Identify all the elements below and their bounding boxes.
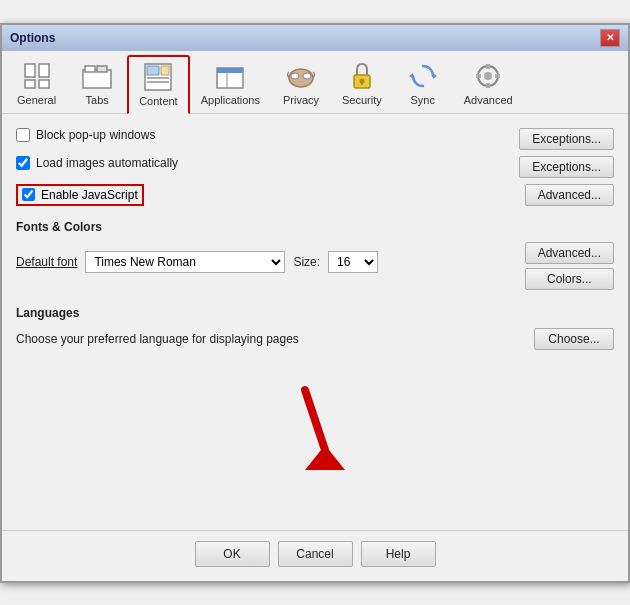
fonts-title: Fonts & Colors xyxy=(16,220,614,234)
svg-rect-11 xyxy=(161,66,169,75)
svg-rect-10 xyxy=(147,81,169,83)
svg-rect-1 xyxy=(39,64,49,77)
main-content: Block pop-up windows Exceptions... Load … xyxy=(2,114,628,380)
js-label: Enable JavaScript xyxy=(41,188,138,202)
svg-rect-3 xyxy=(39,80,49,88)
fonts-buttons: Advanced... Colors... xyxy=(525,242,614,290)
font-select[interactable]: Times New Roman xyxy=(85,251,285,273)
svg-rect-5 xyxy=(85,66,95,72)
popup-checkbox[interactable] xyxy=(16,128,30,142)
svg-rect-9 xyxy=(147,77,169,79)
svg-rect-6 xyxy=(97,66,107,72)
window-title: Options xyxy=(10,31,55,45)
svg-point-16 xyxy=(291,73,299,79)
sync-icon xyxy=(407,60,439,92)
title-controls: ✕ xyxy=(600,29,620,47)
svg-marker-21 xyxy=(433,73,437,79)
options-window: Options ✕ General xyxy=(0,23,630,583)
js-row: Enable JavaScript Advanced... xyxy=(16,184,614,206)
tab-security[interactable]: Security xyxy=(331,55,393,113)
cancel-button[interactable]: Cancel xyxy=(278,541,353,567)
tab-general[interactable]: General xyxy=(6,55,67,113)
tab-advanced-label: Advanced xyxy=(464,94,513,106)
help-button[interactable]: Help xyxy=(361,541,436,567)
js-advanced-button[interactable]: Advanced... xyxy=(525,184,614,206)
tab-privacy[interactable]: Privacy xyxy=(271,55,331,113)
svg-rect-28 xyxy=(495,74,500,78)
svg-rect-20 xyxy=(361,81,363,85)
images-exceptions-button[interactable]: Exceptions... xyxy=(519,156,614,178)
tab-content-label: Content xyxy=(139,95,178,107)
svg-line-29 xyxy=(305,390,325,450)
svg-rect-0 xyxy=(25,64,35,77)
applications-icon xyxy=(214,60,246,92)
tab-general-label: General xyxy=(17,94,56,106)
bottom-buttons: OK Cancel Help xyxy=(2,530,628,581)
tab-tabs[interactable]: Tabs xyxy=(67,55,127,113)
fonts-section: Fonts & Colors Default font Times New Ro… xyxy=(16,220,614,290)
tabs-icon xyxy=(81,60,113,92)
svg-rect-2 xyxy=(25,80,35,88)
tab-applications-label: Applications xyxy=(201,94,260,106)
svg-rect-13 xyxy=(217,68,243,73)
js-checkbox[interactable] xyxy=(22,188,35,201)
tab-content[interactable]: Content xyxy=(127,55,190,114)
choose-button[interactable]: Choose... xyxy=(534,328,614,350)
images-checkbox-row: Load images automatically xyxy=(16,156,178,170)
content-icon xyxy=(142,61,174,93)
popup-checkbox-row: Block pop-up windows xyxy=(16,128,155,142)
svg-marker-22 xyxy=(409,73,413,79)
svg-point-17 xyxy=(303,73,311,79)
tab-sync-label: Sync xyxy=(411,94,435,106)
images-checkbox[interactable] xyxy=(16,156,30,170)
tab-security-label: Security xyxy=(342,94,382,106)
languages-text: Choose your preferred language for displ… xyxy=(16,332,299,346)
default-font-label: Default font xyxy=(16,255,77,269)
fonts-advanced-button[interactable]: Advanced... xyxy=(525,242,614,264)
size-label: Size: xyxy=(293,255,320,269)
svg-rect-27 xyxy=(476,74,481,78)
arrow-icon xyxy=(275,380,355,470)
popup-row: Block pop-up windows Exceptions... xyxy=(16,128,614,150)
popup-label: Block pop-up windows xyxy=(36,128,155,142)
languages-title: Languages xyxy=(16,306,614,320)
js-highlighted: Enable JavaScript xyxy=(16,184,144,206)
tab-tabs-label: Tabs xyxy=(86,94,109,106)
tab-advanced[interactable]: Advanced xyxy=(453,55,524,113)
fonts-controls: Default font Times New Roman Size: 16 xyxy=(16,251,517,273)
svg-marker-30 xyxy=(305,445,345,470)
close-button[interactable]: ✕ xyxy=(600,29,620,47)
general-icon xyxy=(21,60,53,92)
size-select[interactable]: 16 xyxy=(328,251,378,273)
security-icon xyxy=(346,60,378,92)
images-row: Load images automatically Exceptions... xyxy=(16,156,614,178)
privacy-icon xyxy=(285,60,317,92)
ok-button[interactable]: OK xyxy=(195,541,270,567)
languages-section: Languages Choose your preferred language… xyxy=(16,306,614,350)
arrow-area xyxy=(2,380,628,470)
svg-point-24 xyxy=(484,72,492,80)
colors-button[interactable]: Colors... xyxy=(525,268,614,290)
images-label: Load images automatically xyxy=(36,156,178,170)
svg-rect-25 xyxy=(486,64,490,69)
svg-rect-26 xyxy=(486,83,490,88)
tab-sync[interactable]: Sync xyxy=(393,55,453,113)
advanced-icon xyxy=(472,60,504,92)
tab-applications[interactable]: Applications xyxy=(190,55,271,113)
tab-privacy-label: Privacy xyxy=(283,94,319,106)
popup-exceptions-button[interactable]: Exceptions... xyxy=(519,128,614,150)
languages-row: Choose your preferred language for displ… xyxy=(16,328,614,350)
title-bar: Options ✕ xyxy=(2,25,628,51)
toolbar: General Tabs xyxy=(2,51,628,114)
svg-rect-8 xyxy=(147,66,159,75)
